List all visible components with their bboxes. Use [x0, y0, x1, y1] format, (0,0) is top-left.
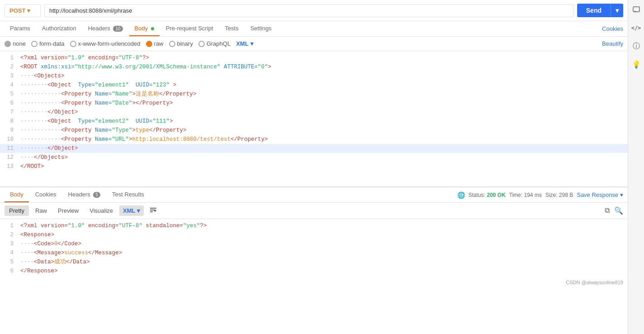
- resp-xml-chevron-icon: ▾: [137, 207, 140, 214]
- table-row: 9 ············<Property Name="Type">type…: [0, 126, 628, 135]
- tab-authorization[interactable]: Authorization: [37, 21, 82, 36]
- table-row: 6 ············<Property Name="Date"></Pr…: [0, 99, 628, 108]
- search-icon[interactable]: 🔍: [614, 206, 623, 215]
- xml-chevron-icon: ▾: [250, 40, 254, 47]
- tab-body[interactable]: Body: [129, 21, 160, 36]
- table-row: 11 ········</Object>: [0, 144, 628, 153]
- table-row: 3 ····<Code>0</Code>: [0, 239, 628, 248]
- status-value: 200 OK: [487, 192, 505, 198]
- chat-icon[interactable]: [631, 5, 642, 15]
- svg-rect-3: [633, 7, 639, 12]
- svg-rect-2: [150, 211, 153, 212]
- bulb-icon[interactable]: 💡: [631, 59, 642, 70]
- fmt-tab-visualize[interactable]: Visualize: [85, 205, 118, 216]
- copy-icon[interactable]: ⧉: [605, 206, 610, 215]
- code-slash-icon[interactable]: </>: [631, 23, 642, 33]
- option-graphql[interactable]: GraphQL: [198, 40, 230, 47]
- request-code-lines: 1 <?xml version="1.0" encoding="UTF-8"?>…: [0, 51, 628, 173]
- resp-tab-cookies[interactable]: Cookies: [30, 187, 62, 202]
- tab-tests[interactable]: Tests: [220, 21, 244, 36]
- method-selector[interactable]: POST ▾: [5, 4, 41, 17]
- watermark: CSDN @alwaysonline819: [0, 278, 628, 287]
- word-wrap-icon[interactable]: [149, 206, 157, 215]
- headers-badge: 10: [113, 26, 122, 32]
- table-row: 12 ····</Objects>: [0, 153, 628, 162]
- url-bar: POST ▾ Send ▾: [0, 0, 628, 21]
- response-action-icons: ⧉ 🔍: [605, 206, 623, 215]
- table-row: 4 ········<Object Type="element1" UUID="…: [0, 81, 628, 90]
- radio-urlencoded[interactable]: [70, 41, 76, 47]
- tab-headers[interactable]: Headers 10: [83, 21, 128, 36]
- xml-format-selector[interactable]: XML ▾: [236, 40, 253, 47]
- response-tabs-bar: Body Cookies Headers 5 Test Results 🌐 St…: [0, 187, 628, 203]
- table-row: 1 <?xml version="1.0" encoding="UTF-8" s…: [0, 221, 628, 230]
- body-active-dot: [151, 27, 154, 30]
- fmt-tab-raw[interactable]: Raw: [31, 205, 52, 216]
- beautify-button[interactable]: Beautify: [602, 40, 623, 47]
- time-label: Time: 194 ms: [509, 192, 542, 198]
- radio-form-data[interactable]: [31, 41, 38, 47]
- table-row: 7 ········</Object>: [0, 108, 628, 117]
- request-tabs: Params Authorization Headers 10 Body Pre…: [0, 21, 628, 37]
- response-format-bar: Pretty Raw Preview Visualize XML ▾ ⧉ 🔍: [0, 203, 628, 219]
- table-row: 13 </ROOT>: [0, 162, 628, 171]
- option-binary[interactable]: binary: [169, 40, 193, 47]
- option-form-data[interactable]: form-data: [31, 40, 65, 47]
- resp-tab-body[interactable]: Body: [5, 187, 29, 202]
- globe-icon: 🌐: [457, 191, 465, 199]
- table-row: 4 ····<Message>success</Message>: [0, 248, 628, 258]
- table-row: 2 <ROOT xmlns:xsi="http://www.w3.org/200…: [0, 62, 628, 72]
- cookies-link[interactable]: Cookies: [602, 25, 623, 32]
- table-row: 6 </Response>: [0, 267, 628, 276]
- save-response-button[interactable]: Save Response ▾: [577, 191, 623, 198]
- svg-rect-0: [150, 208, 156, 209]
- response-code-lines: 1 <?xml version="1.0" encoding="UTF-8" s…: [0, 219, 628, 278]
- status-label: Status: 200 OK: [469, 192, 506, 198]
- table-row: 8 ········<Object Type="element2" UUID="…: [0, 117, 628, 126]
- right-sidebar: </> ⓘ 💡: [628, 0, 644, 334]
- send-dropdown-icon[interactable]: ▾: [611, 4, 623, 17]
- table-row: 2 <Response>: [0, 230, 628, 239]
- send-label: Send: [577, 4, 611, 17]
- fmt-tab-pretty[interactable]: Pretty: [5, 205, 29, 216]
- resp-xml-format-selector[interactable]: XML ▾: [119, 205, 144, 216]
- radio-none[interactable]: [5, 41, 11, 47]
- response-status-bar: 🌐 Status: 200 OK Time: 194 ms Size: 298 …: [457, 191, 624, 199]
- body-options: none form-data x-www-form-urlencoded raw…: [0, 37, 628, 51]
- table-row: 5 ············<Property Name="Name">这是名称…: [0, 90, 628, 99]
- response-area: Body Cookies Headers 5 Test Results 🌐 St…: [0, 187, 628, 296]
- send-button[interactable]: Send ▾: [577, 4, 623, 17]
- tab-pre-request[interactable]: Pre-request Script: [160, 21, 219, 36]
- resp-tab-test-results[interactable]: Test Results: [107, 187, 150, 202]
- resp-headers-badge: 5: [93, 192, 100, 198]
- table-row: 10 ············<Property Name="URL">http…: [0, 135, 628, 144]
- table-row: 1 <?xml version="1.0" encoding="UTF-8"?>: [0, 53, 628, 62]
- radio-raw[interactable]: [146, 41, 152, 47]
- tab-params[interactable]: Params: [5, 21, 36, 36]
- main-content: POST ▾ Send ▾ Params Authorization Heade…: [0, 0, 628, 334]
- radio-graphql[interactable]: [198, 41, 205, 47]
- table-row: 3 ····<Objects>: [0, 72, 628, 81]
- request-code-editor[interactable]: 1 <?xml version="1.0" encoding="UTF-8"?>…: [0, 51, 628, 187]
- method-chevron-icon: ▾: [27, 7, 30, 14]
- resp-tab-headers[interactable]: Headers 5: [63, 187, 106, 202]
- response-code-editor[interactable]: 1 <?xml version="1.0" encoding="UTF-8" s…: [0, 219, 628, 296]
- fmt-tab-preview[interactable]: Preview: [53, 205, 83, 216]
- url-input[interactable]: [44, 4, 573, 17]
- save-response-chevron-icon: ▾: [620, 191, 623, 198]
- table-row: 5 ····<Data>成功</Data>: [0, 258, 628, 267]
- size-label: Size: 298 B: [545, 192, 573, 198]
- radio-binary[interactable]: [169, 41, 175, 47]
- tab-settings[interactable]: Settings: [245, 21, 277, 36]
- option-urlencoded[interactable]: x-www-form-urlencoded: [70, 40, 141, 47]
- option-raw[interactable]: raw: [146, 40, 164, 47]
- option-none[interactable]: none: [5, 40, 26, 47]
- method-label: POST: [9, 7, 25, 14]
- info-icon[interactable]: ⓘ: [631, 41, 642, 52]
